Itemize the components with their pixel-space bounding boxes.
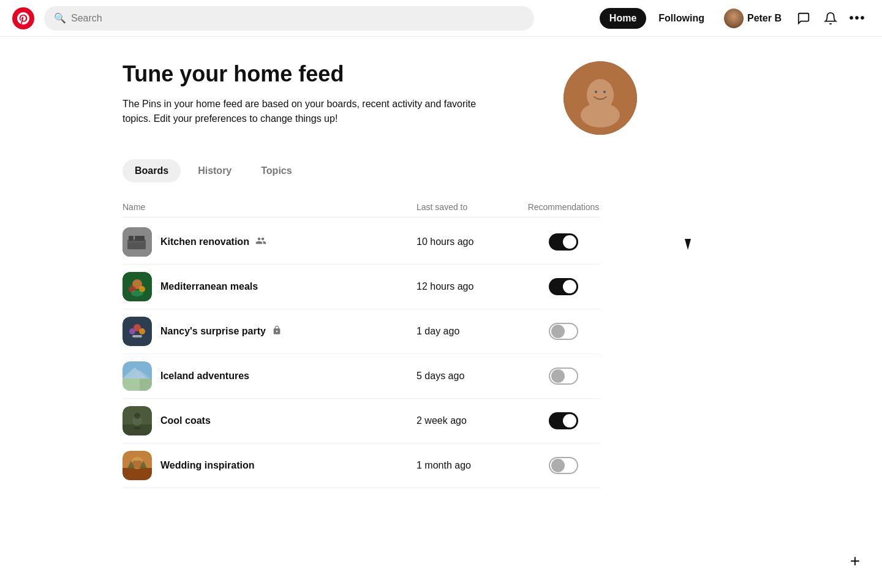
board-name-cell: Mediterranean meals [160,281,417,292]
svg-point-19 [129,328,135,334]
search-bar[interactable]: 🔍 [44,6,534,31]
hero-avatar [564,61,637,135]
svg-rect-20 [132,335,142,337]
table-row: Cool coats 2 week ago [123,399,600,443]
col-last-header: Last saved to [417,202,527,212]
svg-point-2 [581,103,620,127]
table-row: Kitchen renovation 10 hours ago [123,220,600,265]
col-name-header: Name [123,202,417,212]
main-content: Tune your home feed The Pins in your hom… [0,37,674,513]
board-recommendations [527,278,600,295]
board-recommendations [527,412,600,429]
board-name-cell: Kitchen renovation [160,235,417,249]
board-name: Cool coats [160,415,211,426]
board-last-saved: 10 hours ago [417,236,527,247]
table-row: Nancy's surprise party 1 day ago [123,309,600,354]
tab-boards[interactable]: Boards [123,159,181,183]
toggle-mediterranean[interactable] [549,278,578,295]
toggle-nancy[interactable] [549,323,578,340]
svg-point-15 [131,290,143,296]
board-thumbnail [123,317,152,346]
board-name-cell: Iceland adventures [160,371,417,382]
board-last-saved: 1 month ago [417,460,527,471]
toggle-knob [551,459,565,472]
private-icon [272,325,282,337]
svg-rect-23 [140,379,152,391]
tab-history[interactable]: History [186,159,244,183]
svg-point-18 [139,328,145,334]
table-row: Wedding inspiration 1 month ago [123,443,600,488]
board-thumbnail [123,361,152,391]
board-last-saved: 2 week ago [417,415,527,426]
board-name-cell: Cool coats [160,415,417,426]
plus-button[interactable]: + [843,549,867,573]
board-name: Mediterranean meals [160,281,258,292]
toggle-wedding[interactable] [549,457,578,474]
toggle-coats[interactable] [549,412,578,429]
board-recommendations [527,368,600,385]
board-last-saved: 1 day ago [417,326,527,337]
table-row: Iceland adventures 5 days ago [123,354,600,399]
svg-rect-8 [129,236,134,241]
nav-links: Home Following Peter B ••• [600,5,870,32]
board-name-cell: Wedding inspiration [160,460,417,471]
search-icon: 🔍 [54,12,66,24]
board-name: Nancy's surprise party [160,326,266,337]
board-thumbnail [123,406,152,435]
board-thumbnail [123,227,152,257]
table-header: Name Last saved to Recommendations [123,197,600,217]
board-thumbnail [123,451,152,480]
boards-table: Name Last saved to Recommendations Kit [123,197,600,488]
toggle-knob [563,235,576,249]
board-recommendations [527,233,600,251]
nav-home[interactable]: Home [600,8,646,29]
col-rec-header: Recommendations [527,202,600,212]
hero-description: The Pins in your home feed are based on … [123,97,478,126]
board-last-saved: 12 hours ago [417,281,527,292]
svg-point-4 [595,91,597,93]
toggle-knob [563,280,576,293]
svg-rect-7 [127,239,146,249]
toggle-knob [551,325,565,338]
tab-topics[interactable]: Topics [249,159,304,183]
board-name: Wedding inspiration [160,460,254,471]
tabs-bar: Boards History Topics [123,159,674,183]
shared-icon [255,235,266,249]
nav-following[interactable]: Following [649,8,714,29]
svg-rect-9 [135,236,145,241]
board-recommendations [527,457,600,474]
search-input[interactable] [71,13,524,24]
svg-point-5 [603,91,606,93]
header: 🔍 Home Following Peter B ••• [0,0,882,37]
more-options-icon[interactable]: ••• [845,6,870,31]
board-recommendations [527,323,600,340]
avatar [724,9,744,28]
messages-icon[interactable] [791,6,816,31]
hero-text: Tune your home feed The Pins in your hom… [123,61,478,126]
cursor [685,239,692,251]
notifications-icon[interactable] [818,6,843,31]
hero-section: Tune your home feed The Pins in your hom… [123,61,674,135]
board-name: Iceland adventures [160,371,249,382]
hero-title: Tune your home feed [123,61,478,87]
toggle-knob [563,414,576,428]
board-last-saved: 5 days ago [417,371,527,382]
user-name: Peter B [747,13,782,24]
svg-rect-27 [123,424,152,435]
pinterest-logo[interactable] [12,7,34,29]
toggle-kitchen[interactable] [549,233,578,251]
board-thumbnail [123,272,152,301]
table-row: Mediterranean meals 12 hours ago [123,265,600,309]
board-name: Kitchen renovation [160,236,249,247]
toggle-knob [551,369,565,383]
svg-rect-31 [123,468,152,480]
nav-user[interactable]: Peter B [717,5,789,32]
hero-avatar-image [564,61,637,135]
toggle-iceland[interactable] [549,368,578,385]
svg-point-29 [134,413,140,419]
board-name-cell: Nancy's surprise party [160,325,417,337]
